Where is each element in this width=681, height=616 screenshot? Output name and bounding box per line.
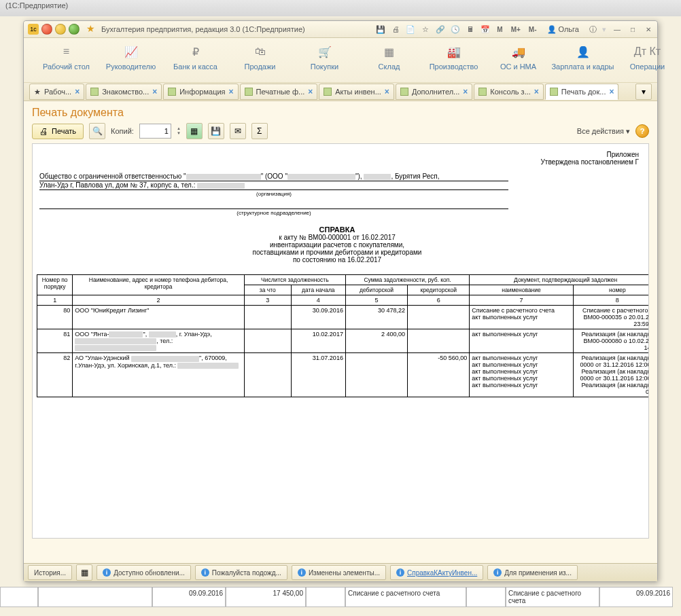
copies-input[interactable] [139,124,171,139]
cell-name: ООО "Янта-", , г. Улан-Удэ, , тел.: [73,329,245,353]
cell-num: 80 [37,306,73,329]
page-title: Печать документа [32,107,649,119]
doc-icon[interactable]: 📄 [405,24,416,35]
print-button[interactable]: Печать [32,124,84,139]
status-item[interactable]: iИзменены элементы... [292,565,386,580]
tab[interactable]: Знакомство...× [86,84,162,100]
info-icon: i [103,568,111,577]
tab[interactable]: Печать док...× [545,84,619,100]
bg-date: 09.09.2016 [599,587,673,607]
nav-label: Продажи [228,62,292,71]
calendar-icon[interactable]: 📅 [480,24,491,35]
status-item[interactable]: iСправкаКАктуИнвен... [390,565,483,580]
status-item[interactable]: iДля применения из... [487,565,578,580]
nav-icon: Дт Кт [615,45,680,58]
tab-close-icon[interactable]: × [463,87,468,96]
tab-close-icon[interactable]: × [152,87,157,96]
tab[interactable]: Дополнител...× [396,84,472,100]
doc-sub4: по состоянию на 16.02.2017 [33,256,642,264]
close-dot-icon[interactable] [41,24,52,35]
save-button[interactable]: 💾 [208,123,224,139]
table-row: 80 ООО "ЮниКредит Лизинг" 30.09.2016 30 … [37,306,650,329]
nav-item[interactable]: ▦Склад [357,45,421,82]
nav-icon: 👤 [551,45,615,58]
tab[interactable]: Информация× [163,84,238,100]
col-number: 8 [573,295,649,306]
m-plus-btn[interactable]: M+ [509,26,523,33]
nav-item[interactable]: 🚚ОС и НМА [486,45,551,82]
nav-item[interactable]: 👤Зарплата и кадры [551,45,615,82]
tab-close-icon[interactable]: × [385,87,389,96]
history-button[interactable]: История... [28,565,72,580]
status-grid-btn[interactable]: ▦ [76,564,92,581]
tab-close-icon[interactable]: × [534,87,539,96]
nav-label: Рабочий стол [34,62,99,71]
status-label: СправкаКАктуИнвен... [407,569,477,577]
nav-item[interactable]: 🛒Покупки [292,45,357,82]
minimize-icon[interactable]: — [612,24,622,34]
nav-label: Зарплата и кадры [551,62,615,71]
print-icon[interactable]: 🖨 [390,24,401,35]
tab[interactable]: Печатные ф...× [240,84,318,100]
th-g5: Сумма задолженности, руб. коп. [345,275,469,285]
tab-label: Консоль з... [490,88,531,96]
nav-item[interactable]: 🏭Производство [421,45,486,82]
th-1: Номер по порядку [37,275,73,295]
user-label[interactable]: 👤 Ольга [547,25,579,34]
sum-button[interactable]: Σ [251,123,268,139]
link-icon[interactable]: 🔗 [435,24,446,35]
org-text: Общество с ограниченной ответственностью [39,173,181,180]
status-item[interactable]: iПожалуйста подожд... [195,565,287,580]
nav-item[interactable]: 📈Руководителю [99,45,163,82]
calc-icon[interactable]: 🖩 [465,24,476,35]
info-icon: i [298,568,306,577]
close-icon[interactable]: ✕ [644,24,653,34]
document-area[interactable]: Приложен Утверждена постановлением Г Общ… [32,143,649,539]
max-dot-icon[interactable] [69,24,80,35]
status-item[interactable]: iДоступно обновлени... [97,565,191,580]
all-actions-menu[interactable]: Все действия ▾ [577,127,630,136]
tab-label: Акты инвен... [335,88,381,96]
cell-deb: 30 478,22 [345,306,407,329]
m-btn[interactable]: M [495,26,504,33]
preview-button[interactable]: 🔍 [89,123,105,139]
history-icon[interactable]: 🕓 [450,24,461,35]
tab-icon [550,88,558,96]
help-button[interactable]: ? [635,124,649,138]
info-icon[interactable]: ⓘ [587,24,598,35]
nav-item[interactable]: 🛍Продажи [228,45,292,82]
min-dot-icon[interactable] [55,24,66,35]
nav-label: Операции [615,62,680,71]
maximize-icon[interactable]: □ [628,24,638,34]
th-5: дебиторской [345,285,407,295]
titlebar[interactable]: 1c ★ Бухгалтерия предприятия, редакция 3… [24,21,657,38]
nav-item[interactable]: ≡Рабочий стол [34,45,99,82]
nav-item[interactable]: Дт КтОперации [615,45,680,82]
star-icon[interactable]: ☆ [420,24,431,35]
cell-name: ООО "ЮниКредит Лизинг" [73,306,245,329]
tab-overflow-btn[interactable]: ▾ [635,84,652,100]
favorite-icon[interactable]: ★ [86,24,97,35]
col-number: 2 [73,295,245,306]
save-icon[interactable]: 💾 [375,24,386,35]
tab-close-icon[interactable]: × [75,87,80,96]
tab-close-icon[interactable]: × [308,87,313,96]
bg-amt: 17 450,00 [226,587,306,607]
cell-docnum: Списание с расчетного сче ВМ00-000035 о … [573,306,649,329]
bg-titlebar: (1С:Предприятие) [0,0,681,16]
grid-button[interactable]: ▦ [186,123,203,139]
tab[interactable]: Акты инвен...× [319,84,394,100]
tab[interactable]: Консоль з...× [474,84,544,100]
cell-docnum: Реализация (ак накладная) ВМ00-000080 о … [573,329,649,353]
tab-close-icon[interactable]: × [229,87,234,96]
toolbar: Печать 🔍 Копий: ▲▼ ▦ 💾 ✉ Σ Все действия … [32,123,649,139]
m-minus-btn[interactable]: M- [527,26,539,33]
mail-button[interactable]: ✉ [230,123,246,139]
table-row: 82 АО "Улан-Удэнский ", 670009, г.Улан-У… [37,353,650,397]
tab[interactable]: ★Рабоч...× [29,84,84,100]
cell-for [244,353,291,397]
tab-label: Рабоч... [44,88,71,96]
nav-item[interactable]: ₽Банк и касса [163,45,228,82]
cell-cred [408,306,470,329]
tab-close-icon[interactable]: × [609,87,614,96]
